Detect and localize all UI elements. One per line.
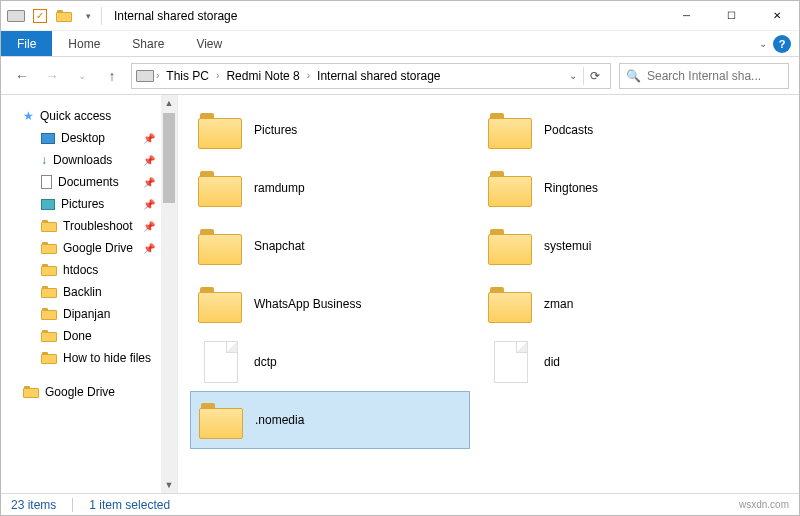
breadcrumb-device[interactable]: Redmi Note 8 — [221, 69, 304, 83]
sidebar-item-label: Quick access — [40, 109, 111, 123]
folder-icon — [41, 352, 57, 364]
chevron-right-icon[interactable]: › — [156, 70, 159, 81]
folder-icon — [198, 227, 242, 265]
sidebar-item-label: Desktop — [61, 131, 105, 145]
folder-item[interactable]: .nomedia — [190, 391, 470, 449]
item-label: Snapchat — [254, 239, 305, 253]
item-label: Ringtones — [544, 181, 598, 195]
folder-item[interactable]: Snapchat — [190, 217, 470, 275]
scroll-up-icon[interactable]: ▲ — [161, 95, 177, 111]
sidebar-google-drive-root[interactable]: Google Drive — [1, 381, 161, 403]
sidebar-item-label: Backlin — [63, 285, 102, 299]
tab-share[interactable]: Share — [116, 31, 180, 56]
item-label: .nomedia — [255, 413, 304, 427]
sidebar-item-label: Dipanjan — [63, 307, 110, 321]
sidebar-item[interactable]: Google Drive📌 — [1, 237, 161, 259]
sidebar-scrollbar[interactable]: ▲ ▼ — [161, 95, 177, 493]
folder-item[interactable]: ramdump — [190, 159, 470, 217]
selection-count: 1 item selected — [89, 498, 170, 512]
address-bar[interactable]: › This PC › Redmi Note 8 › Internal shar… — [131, 63, 611, 89]
folder-icon — [198, 285, 242, 323]
chevron-right-icon[interactable]: › — [216, 70, 219, 81]
qat-dropdown-icon[interactable]: ▾ — [77, 5, 99, 27]
tab-home[interactable]: Home — [52, 31, 116, 56]
item-label: did — [544, 355, 560, 369]
tab-file[interactable]: File — [1, 31, 52, 56]
folder-item[interactable]: Podcasts — [480, 101, 760, 159]
file-icon — [204, 341, 238, 383]
sidebar-item-label: Done — [63, 329, 92, 343]
help-icon[interactable]: ? — [773, 35, 791, 53]
sidebar-item-label: Downloads — [53, 153, 112, 167]
title-bar: ✓ ▾ Internal shared storage ─ ☐ ✕ — [1, 1, 799, 31]
file-item[interactable]: dctp — [190, 333, 470, 391]
navigation-pane: ★ Quick access Desktop📌↓Downloads📌Docume… — [1, 95, 161, 493]
search-box[interactable]: 🔍 Search Internal sha... — [619, 63, 789, 89]
folder-item[interactable]: systemui — [480, 217, 760, 275]
sidebar-item[interactable]: ↓Downloads📌 — [1, 149, 161, 171]
file-item[interactable]: did — [480, 333, 760, 391]
sidebar-item-label: Troubleshoot — [63, 219, 133, 233]
picture-icon — [41, 199, 55, 210]
address-dropdown-icon[interactable]: ⌄ — [569, 70, 577, 81]
up-button[interactable]: ↑ — [101, 68, 123, 84]
star-icon: ★ — [23, 109, 34, 123]
sidebar-item-label: Pictures — [61, 197, 104, 211]
folder-icon — [488, 227, 532, 265]
scroll-thumb[interactable] — [163, 113, 175, 203]
sidebar-item[interactable]: How to hide files — [1, 347, 161, 369]
item-label: Podcasts — [544, 123, 593, 137]
window-controls: ─ ☐ ✕ — [664, 1, 799, 31]
folder-icon — [41, 264, 57, 276]
tab-view[interactable]: View — [180, 31, 238, 56]
folder-icon — [41, 308, 57, 320]
folder-icon — [41, 242, 57, 254]
item-label: zman — [544, 297, 573, 311]
sidebar-item[interactable]: Desktop📌 — [1, 127, 161, 149]
pin-icon: 📌 — [143, 177, 155, 188]
folder-icon — [199, 401, 243, 439]
file-icon — [494, 341, 528, 383]
breadcrumb-this-pc[interactable]: This PC — [161, 69, 214, 83]
folder-icon — [198, 169, 242, 207]
folder-icon — [488, 285, 532, 323]
recent-dropdown-icon[interactable]: ⌄ — [71, 70, 93, 81]
sidebar-quick-access[interactable]: ★ Quick access — [1, 105, 161, 127]
search-placeholder: Search Internal sha... — [647, 69, 761, 83]
breadcrumb-current[interactable]: Internal shared storage — [312, 69, 445, 83]
sidebar-item[interactable]: htdocs — [1, 259, 161, 281]
refresh-icon[interactable]: ⟳ — [590, 69, 600, 83]
minimize-button[interactable]: ─ — [664, 1, 709, 31]
content-pane[interactable]: PicturesPodcastsramdumpRingtonesSnapchat… — [177, 95, 799, 493]
properties-check-icon[interactable]: ✓ — [29, 5, 51, 27]
item-label: systemui — [544, 239, 591, 253]
scroll-down-icon[interactable]: ▼ — [161, 477, 177, 493]
sidebar-item[interactable]: Troubleshoot📌 — [1, 215, 161, 237]
item-label: ramdump — [254, 181, 305, 195]
download-icon: ↓ — [41, 153, 47, 167]
forward-button[interactable]: → — [41, 68, 63, 84]
sidebar-item[interactable]: Documents📌 — [1, 171, 161, 193]
folder-item[interactable]: Ringtones — [480, 159, 760, 217]
maximize-button[interactable]: ☐ — [709, 1, 754, 31]
device-icon — [5, 5, 27, 27]
pin-icon: 📌 — [143, 243, 155, 254]
folder-item[interactable]: zman — [480, 275, 760, 333]
sidebar-item[interactable]: Pictures📌 — [1, 193, 161, 215]
sidebar-item[interactable]: Backlin — [1, 281, 161, 303]
folder-icon — [198, 111, 242, 149]
folder-item[interactable]: Pictures — [190, 101, 470, 159]
sidebar-item-label: htdocs — [63, 263, 98, 277]
sidebar-item[interactable]: Done — [1, 325, 161, 347]
pin-icon: 📌 — [143, 221, 155, 232]
back-button[interactable]: ← — [11, 68, 33, 84]
status-bar: 23 items 1 item selected wsxdn.com — [1, 493, 799, 515]
sidebar-item[interactable]: Dipanjan — [1, 303, 161, 325]
folder-icon — [41, 220, 57, 232]
sidebar-item-label: Google Drive — [45, 385, 115, 399]
ribbon-collapse-icon[interactable]: ⌄ — [759, 38, 767, 49]
item-label: dctp — [254, 355, 277, 369]
folder-item[interactable]: WhatsApp Business — [190, 275, 470, 333]
close-button[interactable]: ✕ — [754, 1, 799, 31]
chevron-right-icon[interactable]: › — [307, 70, 310, 81]
